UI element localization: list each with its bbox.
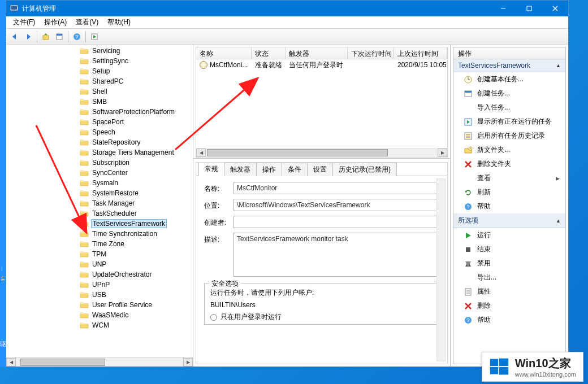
svg-rect-53 — [490, 367, 498, 374]
tree-node[interactable]: TextServicesFramework — [6, 219, 193, 229]
tree-hscroll[interactable]: ◀ ▶ — [6, 357, 193, 366]
toolbar-up-button[interactable] — [40, 30, 52, 43]
menu-action[interactable]: 操作(A) — [40, 16, 71, 28]
tree-node[interactable]: USB — [6, 290, 193, 300]
field-name[interactable] — [234, 182, 439, 194]
tab-triggers[interactable]: 触发器 — [224, 163, 257, 176]
actions-group1-header[interactable]: TextServicesFramework ▲ — [453, 59, 565, 72]
tasklist-hscroll[interactable]: ◀ ▶ — [196, 148, 447, 158]
tree-node[interactable]: SoftwareProtectionPlatform — [6, 107, 193, 117]
running-icon — [464, 117, 473, 126]
field-author[interactable] — [234, 216, 439, 228]
scroll-right-button[interactable]: ▶ — [438, 149, 447, 157]
tree-node[interactable]: Time Synchronization — [6, 229, 193, 239]
tree-node[interactable]: SystemRestore — [6, 188, 193, 198]
action-item[interactable]: 导入任务... — [453, 101, 565, 115]
toolbar-back-button[interactable] — [8, 30, 21, 43]
menu-help[interactable]: 帮助(H) — [103, 16, 135, 28]
tree-node[interactable]: SharedPC — [6, 76, 193, 86]
tree-node[interactable]: UPnP — [6, 280, 193, 290]
action-item[interactable]: 属性 — [453, 285, 565, 299]
action-item[interactable]: 启用所有任务历史记录 — [453, 129, 565, 143]
svg-marker-8 — [27, 34, 31, 40]
tree-node[interactable]: Speech — [6, 127, 193, 137]
action-label: 导出... — [477, 273, 496, 282]
tree-node[interactable]: SpacePort — [6, 117, 193, 127]
col-name[interactable]: 名称 — [196, 47, 252, 59]
action-item[interactable]: 结束 — [453, 242, 565, 256]
menu-file[interactable]: 文件(F) — [8, 16, 40, 28]
tree-node[interactable]: TPM — [6, 249, 193, 259]
tree-node[interactable]: StateRepository — [6, 137, 193, 147]
toolbar-help-button[interactable]: ? — [71, 30, 83, 43]
action-item[interactable]: 显示所有正在运行的任务 — [453, 115, 565, 129]
scroll-right-button[interactable]: ▶ — [183, 358, 193, 366]
tree-node[interactable]: UNP — [6, 259, 193, 269]
toolbar-properties-button[interactable] — [53, 30, 66, 43]
action-item[interactable]: 删除文件夹 — [453, 157, 565, 171]
tree-node[interactable]: Task Manager — [6, 198, 193, 208]
tab-actions[interactable]: 操作 — [256, 163, 282, 176]
col-next[interactable]: 下次运行时间 — [348, 47, 394, 59]
tab-history[interactable]: 历史记录(已禁用) — [332, 163, 397, 176]
col-last[interactable]: 上次运行时间 — [394, 47, 447, 59]
task-row[interactable]: MsCtfMoni... 准备就绪 当任何用户登录时 2020/9/15 10:… — [196, 59, 447, 71]
tab-general[interactable]: 常规 — [198, 162, 224, 176]
tree-node[interactable]: WaaSMedic — [6, 310, 193, 320]
hscroll-thumb[interactable] — [207, 149, 388, 156]
tree-node[interactable]: Shell — [6, 86, 193, 97]
maximize-button[interactable] — [516, 1, 542, 16]
action-item[interactable]: 查看▶ — [453, 171, 565, 185]
tree-node[interactable]: Storage Tiers Management — [6, 147, 193, 158]
radio-logged-on-label[interactable]: 只在用户登录时运行 — [220, 312, 282, 322]
svg-rect-1 — [11, 6, 17, 10]
tree-node[interactable]: SettingSync — [6, 56, 193, 66]
help-icon: ? — [464, 202, 473, 211]
actions-group2-header[interactable]: 所选项 ▲ — [453, 213, 565, 228]
detail-vscroll[interactable] — [436, 178, 446, 361]
action-item[interactable]: 刷新 — [453, 185, 565, 199]
tree-node[interactable]: TaskScheduler — [6, 208, 193, 219]
menu-view[interactable]: 查看(V) — [71, 16, 103, 28]
col-status[interactable]: 状态 — [252, 47, 286, 59]
tree-node[interactable]: Sysmain — [6, 178, 193, 188]
tree-node[interactable]: Servicing — [6, 46, 193, 56]
tab-conditions[interactable]: 条件 — [282, 163, 308, 176]
actions-header: 操作 — [453, 47, 566, 59]
action-label: 禁用 — [477, 259, 491, 268]
task-icon — [464, 89, 473, 98]
tree-node[interactable]: Setup — [6, 66, 193, 76]
action-item[interactable]: 运行 — [453, 228, 565, 242]
action-item[interactable]: 新文件夹... — [453, 143, 565, 157]
col-triggers[interactable]: 触发器 — [286, 47, 348, 59]
toolbar-forward-button[interactable] — [22, 30, 34, 43]
scroll-left-button[interactable]: ◀ — [6, 358, 16, 366]
action-item[interactable]: ?帮助 — [453, 313, 565, 327]
action-item[interactable]: 删除 — [453, 299, 565, 313]
tree-node[interactable]: WCM — [6, 320, 193, 330]
action-item[interactable]: ?帮助 — [453, 199, 565, 213]
field-desc[interactable] — [234, 233, 439, 277]
action-item[interactable]: 导出... — [453, 270, 565, 285]
tree-list[interactable]: ServicingSettingSyncSetupSharedPCShellSM… — [6, 45, 193, 357]
tab-settings[interactable]: 设置 — [307, 163, 333, 176]
tree-node[interactable]: UpdateOrchestrator — [6, 269, 193, 280]
action-item[interactable]: 禁用 — [453, 256, 565, 270]
tree-node[interactable]: SMB — [6, 97, 193, 107]
toolbar-run-button[interactable] — [88, 30, 101, 43]
action-label: 帮助 — [477, 315, 491, 325]
task-list-body[interactable]: MsCtfMoni... 准备就绪 当任何用户登录时 2020/9/15 10:… — [196, 59, 448, 158]
titlebar[interactable]: 计算机管理 — [6, 1, 568, 16]
scroll-left-button[interactable]: ◀ — [196, 149, 206, 157]
tree-node[interactable]: Subscription — [6, 158, 193, 168]
tree-node[interactable]: User Profile Service — [6, 300, 193, 310]
tree-node[interactable]: SyncCenter — [6, 168, 193, 178]
hscroll-thumb[interactable] — [20, 359, 105, 366]
action-item[interactable]: 创建基本任务... — [453, 72, 565, 86]
export-icon — [464, 273, 473, 282]
action-item[interactable]: 创建任务... — [453, 86, 565, 101]
tree-node[interactable]: Time Zone — [6, 239, 193, 249]
close-button[interactable] — [542, 1, 568, 16]
field-location[interactable] — [234, 199, 439, 211]
minimize-button[interactable] — [490, 1, 516, 16]
